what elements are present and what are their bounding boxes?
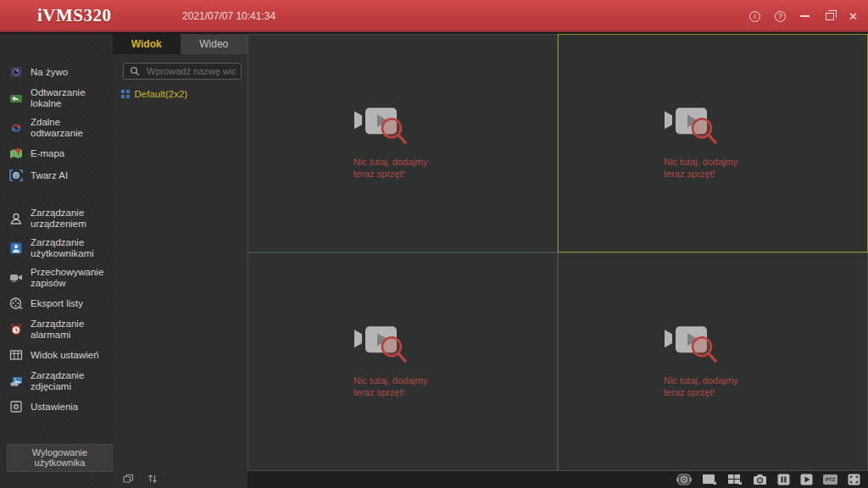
video-panel-3[interactable]: Nic tutaj, dodajmy teraz sprzęt!	[248, 252, 558, 471]
sidebar-item-remote-playback[interactable]: Zdalne odtwarzanie	[0, 113, 113, 142]
video-camera-search-icon	[353, 100, 408, 146]
sidebar-item-label: Na żywo	[31, 67, 68, 78]
logout-button[interactable]: Wylogowanie użytkownika	[7, 444, 113, 472]
play-icon[interactable]	[800, 474, 813, 485]
sidebar-item-label: Zarządzanie zdjęciami	[31, 370, 108, 391]
sidebar-item-device-management[interactable]: Zarządzanie urządzeniem	[0, 203, 113, 233]
video-panel-1[interactable]: Nic tutaj, dodajmy teraz sprzęt!	[248, 34, 558, 252]
stream-quality-icon[interactable]	[676, 474, 692, 485]
tab-wideo[interactable]: Wideo	[181, 34, 248, 54]
record-storage-icon	[9, 271, 23, 285]
sidebar-item-local-playback[interactable]: Odtwarzanie lokalne	[0, 83, 113, 113]
title-bar: iVMS320 2021/07/07 10:41:34 i ? ✕	[0, 0, 868, 32]
device-management-icon	[9, 212, 23, 225]
settings-icon	[9, 400, 23, 413]
grid-2x2-icon	[121, 90, 130, 98]
sidebar-item-record-storage[interactable]: Przechowywanie zapisów	[0, 263, 113, 292]
video-panel-4[interactable]: Nic tutaj, dodajmy teraz sprzęt!	[558, 252, 868, 471]
video-camera-search-icon	[664, 100, 718, 146]
export-list-icon	[9, 297, 23, 310]
help-icon[interactable]: ?	[775, 11, 786, 22]
view-item-label: Default(2x2)	[135, 89, 188, 99]
restore-icon[interactable]	[826, 13, 834, 20]
snapshot-icon[interactable]	[753, 474, 767, 485]
sidebar-item-label: E-mapa	[31, 148, 64, 159]
clock-text: 2021/07/07 10:41:34	[182, 10, 275, 22]
sidebar-item-settings[interactable]: Ustawienia	[0, 396, 113, 418]
ptz-button[interactable]: PTZ	[823, 474, 837, 485]
sidebar-item-picture-management[interactable]: Zarządzanie zdjęciami	[0, 366, 113, 396]
view-settings-icon	[9, 348, 23, 362]
window-controls: i ? ✕	[749, 0, 858, 32]
sidebar-item-label: Widok ustawień	[31, 350, 99, 361]
emap-icon	[9, 147, 23, 160]
empty-panel-text: Nic tutaj, dodajmy teraz sprzęt!	[664, 157, 762, 180]
sidebar-item-alarm-management[interactable]: Zarządzanie alarmami	[0, 314, 113, 344]
empty-panel-text: Nic tutaj, dodajmy teraz sprzęt!	[664, 375, 762, 398]
sidebar: Na żywo Odtwarzanie lokalne Zdalne odtwa…	[0, 34, 113, 488]
sidebar-item-label: Zarządzanie alarmami	[31, 319, 108, 340]
sort-icon[interactable]	[147, 474, 158, 484]
pause-icon[interactable]	[777, 474, 790, 485]
remote-playback-icon	[9, 121, 23, 135]
picture-management-icon	[9, 374, 23, 388]
sidebar-item-label: Eksport listy	[31, 298, 83, 309]
view-search-input[interactable]	[123, 63, 242, 80]
sidebar-item-user-management[interactable]: Zarządzanie użytkownikami	[0, 233, 113, 263]
grid-layout-icon[interactable]	[727, 474, 743, 485]
info-icon[interactable]: i	[749, 11, 760, 22]
sidebar-item-export-list[interactable]: Eksport listy	[0, 292, 113, 314]
single-layout-icon[interactable]	[702, 474, 717, 485]
sidebar-item-label: Zarządzanie urządzeniem	[31, 208, 108, 229]
face-ai-icon	[9, 169, 23, 182]
close-icon[interactable]: ✕	[849, 11, 858, 22]
video-camera-search-icon	[353, 319, 408, 364]
video-grid: Nic tutaj, dodajmy teraz sprzęt! Nic tut…	[248, 34, 868, 471]
sidebar-item-label: Ustawienia	[31, 402, 78, 413]
alarm-management-icon	[9, 323, 23, 336]
video-panel-2[interactable]: Nic tutaj, dodajmy teraz sprzęt!	[558, 34, 868, 252]
live-view-icon	[9, 65, 23, 79]
video-camera-search-icon	[664, 319, 718, 364]
app-title: iVMS320	[37, 5, 112, 26]
empty-panel-text: Nic tutaj, dodajmy teraz sprzęt!	[353, 157, 452, 180]
user-management-icon	[9, 241, 23, 255]
sidebar-item-emap[interactable]: E-mapa	[0, 142, 113, 164]
copy-view-icon[interactable]	[123, 474, 134, 484]
tab-widok[interactable]: Widok	[113, 34, 181, 54]
empty-panel-text: Nic tutaj, dodajmy teraz sprzęt!	[353, 375, 452, 398]
sidebar-item-label: Przechowywanie zapisów	[31, 267, 108, 288]
sidebar-item-label: Zdalne odtwarzanie	[31, 117, 108, 138]
view-tabs: Widok Wideo	[113, 34, 248, 54]
playback-toolbar: PTZ	[248, 471, 868, 488]
search-icon	[130, 66, 140, 76]
minimize-icon[interactable]	[800, 15, 810, 17]
sidebar-item-label: Twarz AI	[31, 170, 68, 181]
sidebar-item-label: Odtwarzanie lokalne	[31, 87, 108, 108]
fullscreen-icon[interactable]	[848, 474, 860, 485]
sidebar-item-label: Zarządzanie użytkownikami	[31, 237, 108, 258]
view-list-panel: Widok Wideo Default(2x2)	[113, 34, 248, 488]
sidebar-item-view-settings[interactable]: Widok ustawień	[0, 344, 113, 366]
local-playback-icon	[9, 92, 23, 105]
sidebar-item-face-ai[interactable]: Twarz AI	[0, 164, 113, 186]
view-list-item-default[interactable]: Default(2x2)	[113, 85, 248, 103]
sidebar-item-live-view[interactable]: Na żywo	[0, 61, 113, 83]
